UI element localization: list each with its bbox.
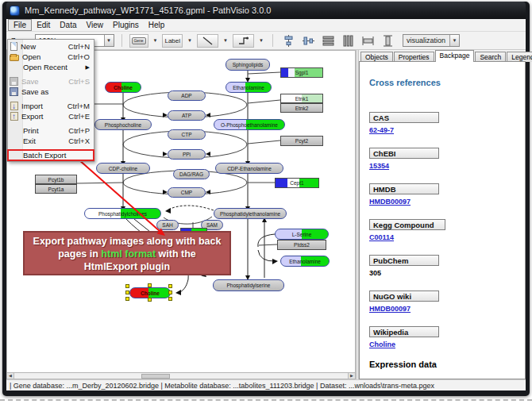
menubar: File Edit Data View Plugins Help xyxy=(6,19,526,32)
node-cmp[interactable]: CMP xyxy=(168,187,206,198)
node-ppi[interactable]: PPi xyxy=(168,149,206,160)
titlebar[interactable]: Mm_Kennedy_pathway_WP1771_45176.gpml - P… xyxy=(6,2,526,19)
align-center-x-icon[interactable] xyxy=(283,35,295,47)
new-document-icon xyxy=(10,42,17,51)
node-cdp-ethanolamine[interactable]: CDP-Ethanolamine xyxy=(215,163,283,174)
node-adp[interactable]: ADP xyxy=(168,90,206,101)
selection-handle[interactable] xyxy=(168,284,172,288)
node-cept1[interactable]: Cept1 xyxy=(275,178,319,188)
scroll-left-icon[interactable]: ◀ xyxy=(7,373,14,379)
file-menu-exit[interactable]: Exit Ctrl+X xyxy=(8,136,94,146)
tab-backpage[interactable]: Backpage xyxy=(435,50,475,62)
menu-view[interactable]: View xyxy=(81,20,108,30)
side-panel: Objects Properties Backpage Search Legen… xyxy=(359,50,526,379)
distribute-vertical-icon[interactable] xyxy=(342,35,354,47)
horizontal-scrollbar[interactable]: ◀ ▶ xyxy=(6,373,356,379)
file-menu-print[interactable]: Print Ctrl+P xyxy=(8,125,94,136)
xref-section-title: ChEBI xyxy=(369,148,439,159)
node-choline-top[interactable]: Choline xyxy=(105,82,141,93)
node-etnk1[interactable]: Etnk1 xyxy=(280,94,323,103)
add-datanode-button[interactable]: Gene xyxy=(129,34,148,48)
node-phosphatidylethanolamine[interactable]: Phosphatidylethanolamine xyxy=(214,208,287,219)
file-menu-batch-export[interactable]: Batch Export xyxy=(8,150,94,160)
xref-link[interactable]: C00114 xyxy=(369,233,525,241)
import-icon xyxy=(10,102,18,110)
selection-handle[interactable] xyxy=(148,298,152,302)
node-pcyt2[interactable]: Pcyt2 xyxy=(280,136,323,146)
node-choline-bottom-selected[interactable]: Choline xyxy=(129,287,171,298)
window-title: Mm_Kennedy_pathway_WP1771_45176.gpml - P… xyxy=(25,6,271,15)
align-center-y-icon[interactable] xyxy=(303,35,314,47)
export-icon xyxy=(10,112,18,121)
node-ptdss2[interactable]: Ptdss2 xyxy=(277,240,326,250)
node-phosphatidylserine[interactable]: Phosphatidylserine xyxy=(213,279,284,291)
match-width-icon[interactable] xyxy=(362,35,374,47)
backpage-content[interactable]: Cross references CAS 62-49-7 ChEBI 15354… xyxy=(359,61,526,379)
selection-handle[interactable] xyxy=(125,297,129,301)
match-height-icon[interactable] xyxy=(382,35,394,47)
cross-references-heading: Cross references xyxy=(369,78,525,87)
menu-help[interactable]: Help xyxy=(144,20,170,30)
chevron-down-icon[interactable]: ▼ xyxy=(449,35,459,46)
node-phosphocholine[interactable]: Phosphocholine xyxy=(94,119,152,130)
node-etnk2[interactable]: Etnk2 xyxy=(280,103,323,113)
xref-link[interactable]: Choline xyxy=(369,341,525,348)
page-divider xyxy=(0,399,532,401)
file-menu-save[interactable]: Save Ctrl+S xyxy=(8,76,94,87)
node-pcyt1a[interactable]: Pcyt1a xyxy=(35,184,77,194)
node-ctp[interactable]: CTP xyxy=(168,129,206,140)
side-panel-tabs: Objects Properties Backpage Search Legen… xyxy=(359,50,526,62)
selection-handle[interactable] xyxy=(168,297,172,301)
xref-link[interactable]: HMDB00097 xyxy=(369,305,525,313)
menu-data[interactable]: Data xyxy=(55,20,81,30)
node-atp[interactable]: ATP xyxy=(168,110,206,121)
save-as-icon xyxy=(10,87,18,96)
datanode-chevron-icon[interactable]: ▼ xyxy=(152,38,160,43)
xref-section-title: Wikipedia xyxy=(369,326,439,337)
selection-handle[interactable] xyxy=(148,283,152,287)
node-phosphatidylcholines[interactable]: Phosphatidylcholines xyxy=(84,208,161,219)
selection-handle[interactable] xyxy=(125,290,129,294)
scrollbar-thumb[interactable] xyxy=(141,374,170,379)
file-menu-new[interactable]: New Ctrl+N xyxy=(8,41,94,52)
xref-link[interactable]: HMDB00097 xyxy=(369,198,525,206)
connector-tool-button[interactable] xyxy=(233,34,254,48)
visualization-combobox[interactable]: visualization ▼ xyxy=(403,34,460,47)
scroll-right-icon[interactable]: ▶ xyxy=(348,373,355,379)
file-menu-open[interactable]: Open Ctrl+O xyxy=(8,52,94,62)
pathvisio-app-icon xyxy=(10,6,20,16)
node-ethanolamine-bottom[interactable]: Ethanolamine xyxy=(280,256,330,267)
node-o-phosphoethanolamine[interactable]: O-Phosphoethanolamine xyxy=(214,119,285,130)
line-tool-button[interactable] xyxy=(197,34,218,48)
menu-file[interactable]: File xyxy=(8,19,32,31)
node-l-serine[interactable]: L-Serine xyxy=(275,229,329,240)
node-ethanolamine-top[interactable]: Ethanolamine xyxy=(226,82,272,93)
open-folder-icon xyxy=(10,55,19,61)
node-sphingolipids[interactable]: Sphingolipids xyxy=(226,59,270,71)
file-menu-export[interactable]: Export Ctrl+E xyxy=(8,111,94,121)
xref-link[interactable]: 62-49-7 xyxy=(369,126,525,134)
add-label-button[interactable]: Label xyxy=(162,34,183,48)
distribute-horizontal-icon[interactable] xyxy=(322,35,334,47)
node-dag[interactable]: DAG/RAG xyxy=(173,169,210,179)
node-sgpl1[interactable]: Sgpl1 xyxy=(280,67,323,78)
file-menu-save-as[interactable]: Save as xyxy=(8,87,94,97)
chevron-down-icon[interactable]: ▼ xyxy=(104,35,114,46)
file-menu-import[interactable]: Import Ctrl+M xyxy=(8,101,94,111)
callout-line2: pages in html format with the xyxy=(25,248,229,260)
node-sah[interactable]: SAH xyxy=(156,220,179,230)
file-menu-open-recent[interactable]: Open Recent ▶ xyxy=(8,62,94,72)
selection-handle[interactable] xyxy=(168,290,172,294)
status-bar: | Gene database: ...m_Derby_20120602.bri… xyxy=(6,379,526,391)
xref-section-title: Kegg Compound xyxy=(369,219,445,230)
menu-edit[interactable]: Edit xyxy=(32,20,55,30)
expression-data-heading: Expression data xyxy=(369,360,525,369)
label-chevron-icon[interactable]: ▼ xyxy=(186,38,194,43)
selection-handle[interactable] xyxy=(125,284,129,288)
connector-chevron-icon[interactable]: ▼ xyxy=(257,38,265,43)
menu-plugins[interactable]: Plugins xyxy=(108,20,144,30)
line-chevron-icon[interactable]: ▼ xyxy=(222,38,229,43)
node-pcyt1b[interactable]: Pcyt1b xyxy=(35,175,77,184)
node-cdp-choline[interactable]: CDP-choline xyxy=(96,163,150,174)
xref-link[interactable]: 15354 xyxy=(369,162,525,170)
